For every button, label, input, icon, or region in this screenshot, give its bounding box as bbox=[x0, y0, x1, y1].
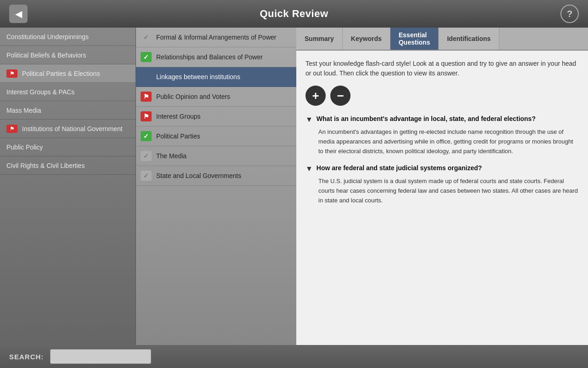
tab-summary[interactable]: Summary bbox=[296, 28, 343, 50]
middle-item-the-media[interactable]: ✓ The Media bbox=[136, 146, 296, 166]
middle-item-political-parties[interactable]: ✓ Political Parties bbox=[136, 126, 296, 146]
check-state-local: ✓ bbox=[141, 171, 152, 181]
flag-icon-political-parties bbox=[6, 69, 17, 78]
tab-essential-questions[interactable]: EssentialQuestions bbox=[390, 28, 439, 50]
sidebar-item-constitutional[interactable]: Constitutional Underpinnings bbox=[0, 28, 136, 46]
middle-item-interest-groups[interactable]: ⚑ Interest Groups bbox=[136, 107, 296, 126]
middle-label-relationships: Relationships and Balances of Power bbox=[156, 53, 263, 61]
arrow-icon-2: ▼ bbox=[305, 165, 313, 173]
qa-answer-2: The U.S. judicial system is a dual syste… bbox=[305, 177, 579, 205]
app-title: Quick Review bbox=[260, 8, 328, 20]
check-linkages bbox=[141, 72, 152, 82]
sidebar-item-political-beliefs[interactable]: Political Beliefs & Behaviors bbox=[0, 46, 136, 64]
middle-label-public-opinion: Public Opinion and Voters bbox=[156, 93, 230, 100]
search-input[interactable] bbox=[50, 349, 151, 364]
back-arrow-icon: ◀ bbox=[15, 8, 22, 19]
add-icon: + bbox=[312, 89, 319, 103]
right-panel: Summary Keywords EssentialQuestions Iden… bbox=[296, 28, 588, 345]
middle-item-relationships[interactable]: ✓ Relationships and Balances of Power bbox=[136, 47, 296, 67]
search-label: SEARCH: bbox=[9, 353, 44, 361]
middle-item-linkages[interactable]: Linkages between institutions bbox=[136, 67, 296, 87]
middle-label-linkages: Linkages between institutions bbox=[156, 73, 240, 80]
minus-icon: − bbox=[337, 89, 344, 103]
qa-answer-1: An incumbent's advantages in getting re-… bbox=[305, 127, 579, 156]
middle-label-formal-informal: Formal & Informal Arrangements of Power bbox=[156, 34, 276, 41]
sidebar-label-civil-rights: Civil Rights & Civil Liberties bbox=[6, 162, 85, 169]
tab-keywords[interactable]: Keywords bbox=[343, 28, 390, 50]
sidebar-label-interest-groups: Interest Groups & PACs bbox=[6, 88, 74, 96]
middle-panel: ✓ Formal & Informal Arrangements of Powe… bbox=[136, 28, 296, 345]
sidebar-label-constitutional: Constitutional Underpinnings bbox=[6, 33, 89, 40]
add-button[interactable]: + bbox=[305, 86, 326, 106]
question-text-2: How are federal and state judicial syste… bbox=[317, 164, 482, 172]
back-button[interactable]: ◀ bbox=[9, 5, 28, 23]
left-sidebar: Constitutional Underpinnings Political B… bbox=[0, 28, 136, 345]
middle-item-formal-informal[interactable]: ✓ Formal & Informal Arrangements of Powe… bbox=[136, 28, 296, 47]
sidebar-item-civil-rights[interactable]: Civil Rights & Civil Liberties bbox=[0, 156, 136, 175]
arrow-icon-1: ▼ bbox=[305, 115, 313, 124]
sidebar-item-mass-media[interactable]: Mass Media bbox=[0, 101, 136, 120]
sidebar-label-political-parties: Political Parties & Elections bbox=[22, 70, 100, 77]
tab-identifications-label: Identifications bbox=[447, 35, 491, 42]
intro-text: Test your knowledge flash-card style! Lo… bbox=[305, 59, 579, 78]
check-interest-groups: ⚑ bbox=[141, 111, 152, 121]
help-icon: ? bbox=[567, 9, 572, 19]
check-public-opinion: ⚑ bbox=[141, 92, 152, 102]
app-header: ◀ Quick Review ? bbox=[0, 0, 588, 28]
check-the-media: ✓ bbox=[141, 151, 152, 161]
sidebar-label-political-beliefs: Political Beliefs & Behaviors bbox=[6, 52, 86, 59]
main-layout: Constitutional Underpinnings Political B… bbox=[0, 28, 588, 345]
tab-essential-questions-label: EssentialQuestions bbox=[399, 31, 430, 46]
search-bar: SEARCH: bbox=[0, 345, 588, 368]
flag-icon-institutions bbox=[6, 125, 17, 133]
middle-label-interest-groups: Interest Groups bbox=[156, 113, 201, 120]
tab-bar: Summary Keywords EssentialQuestions Iden… bbox=[296, 28, 588, 51]
sidebar-label-public-policy: Public Policy bbox=[6, 144, 43, 151]
check-political-parties: ✓ bbox=[141, 131, 152, 141]
middle-label-the-media: The Media bbox=[156, 152, 187, 160]
qa-question-1[interactable]: ▼ What is an incumbent's advantage in lo… bbox=[305, 115, 579, 124]
sidebar-label-institutions: Institutions of National Government bbox=[22, 125, 123, 132]
tab-identifications[interactable]: Identifications bbox=[439, 28, 499, 50]
sidebar-label-mass-media: Mass Media bbox=[6, 107, 41, 114]
content-area: Test your knowledge flash-card style! Lo… bbox=[296, 51, 588, 345]
check-relationships: ✓ bbox=[141, 52, 152, 62]
controls: + − bbox=[305, 86, 579, 106]
help-button[interactable]: ? bbox=[560, 5, 579, 23]
sidebar-item-interest-groups[interactable]: Interest Groups & PACs bbox=[0, 83, 136, 101]
middle-label-political-parties: Political Parties bbox=[156, 132, 200, 140]
qa-question-2[interactable]: ▼ How are federal and state judicial sys… bbox=[305, 164, 579, 173]
tab-keywords-label: Keywords bbox=[351, 35, 382, 42]
question-text-1: What is an incumbent's advantage in loca… bbox=[317, 115, 536, 122]
sidebar-item-institutions[interactable]: Institutions of National Government bbox=[0, 120, 136, 138]
sidebar-item-public-policy[interactable]: Public Policy bbox=[0, 138, 136, 156]
qa-item-1: ▼ What is an incumbent's advantage in lo… bbox=[305, 115, 579, 156]
qa-item-2: ▼ How are federal and state judicial sys… bbox=[305, 164, 579, 205]
sidebar-item-political-parties[interactable]: Political Parties & Elections bbox=[0, 64, 136, 83]
check-formal-informal: ✓ bbox=[141, 32, 152, 42]
tab-summary-label: Summary bbox=[305, 35, 334, 42]
middle-label-state-local: State and Local Governments bbox=[156, 172, 241, 179]
middle-item-public-opinion[interactable]: ⚑ Public Opinion and Voters bbox=[136, 87, 296, 107]
minus-button[interactable]: − bbox=[330, 86, 351, 106]
middle-item-state-local[interactable]: ✓ State and Local Governments bbox=[136, 166, 296, 186]
